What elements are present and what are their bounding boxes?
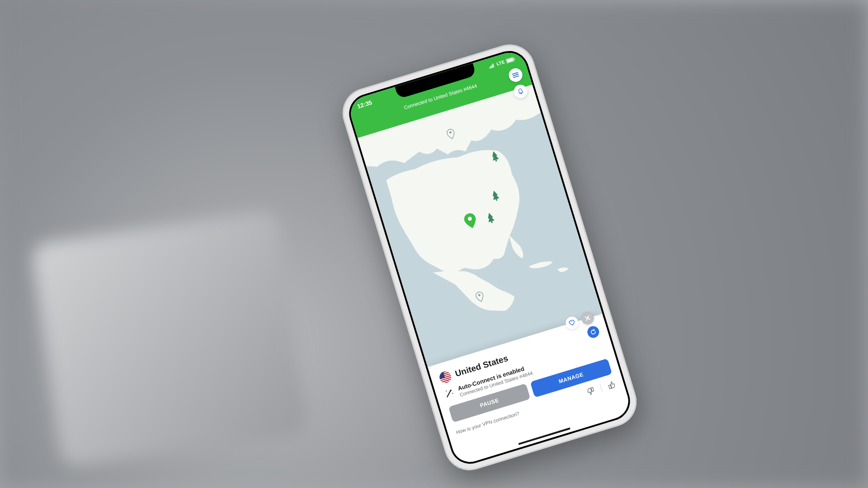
svg-line-8 <box>513 74 519 76</box>
menu-icon <box>512 72 519 78</box>
thumbs-down-icon[interactable] <box>586 386 596 396</box>
refresh-icon <box>589 328 597 336</box>
heart-icon <box>568 319 576 327</box>
close-icon <box>584 315 591 322</box>
signal-icon <box>488 62 495 69</box>
network-label: LTE <box>496 59 505 66</box>
refresh-button[interactable] <box>586 325 600 339</box>
svg-point-29 <box>446 390 447 391</box>
svg-line-9 <box>513 76 519 78</box>
flag-us-icon <box>438 370 453 384</box>
svg-line-18 <box>585 316 590 320</box>
svg-line-7 <box>512 72 518 74</box>
battery-icon <box>505 56 515 63</box>
thumbs-up-icon[interactable] <box>606 380 616 390</box>
svg-point-30 <box>452 393 453 394</box>
rate-thumbs <box>586 380 616 396</box>
status-time: 12:35 <box>356 99 373 110</box>
svg-rect-1 <box>490 66 491 68</box>
bell-icon <box>517 88 524 95</box>
svg-line-28 <box>446 391 452 397</box>
divider <box>600 384 603 392</box>
background-object-blur <box>31 210 308 468</box>
svg-rect-0 <box>489 67 491 68</box>
wand-icon <box>443 387 455 399</box>
status-indicators: LTE <box>488 56 516 69</box>
